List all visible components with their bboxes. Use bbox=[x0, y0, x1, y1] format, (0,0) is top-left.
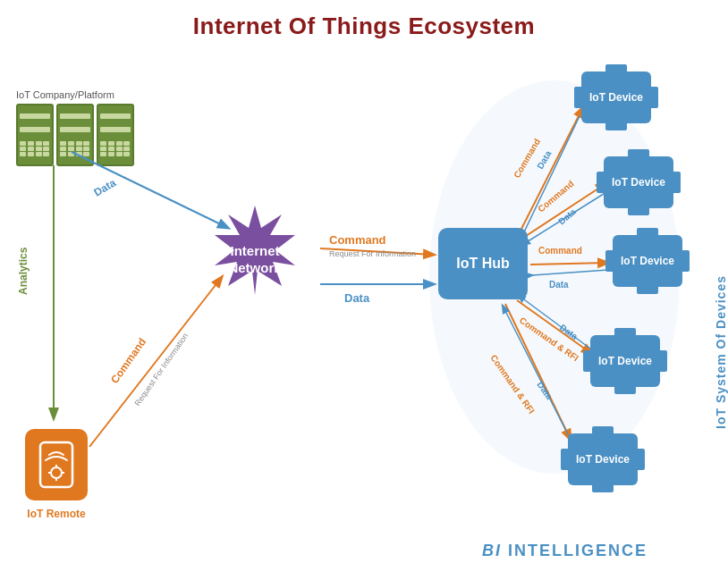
svg-text:Data: Data bbox=[535, 148, 554, 171]
svg-text:Data: Data bbox=[549, 280, 569, 290]
svg-line-30 bbox=[532, 270, 608, 275]
svg-point-2 bbox=[51, 467, 62, 478]
svg-text:Analytics: Analytics bbox=[17, 247, 30, 295]
svg-text:Command & RFI: Command & RFI bbox=[488, 353, 537, 416]
iot-device-4: IoT Device bbox=[590, 335, 660, 387]
remote-label: IoT Remote bbox=[18, 508, 95, 520]
page-title: Internet Of Things Ecosystem bbox=[0, 0, 728, 40]
system-label: IoT System Of Devices bbox=[714, 179, 728, 429]
network-label: InternetNetwork bbox=[210, 242, 300, 277]
server-1 bbox=[16, 104, 54, 166]
svg-text:Data: Data bbox=[558, 323, 580, 342]
svg-line-24 bbox=[521, 183, 606, 240]
svg-text:Command & RFI: Command & RFI bbox=[518, 315, 580, 364]
iot-company-group: IoT Company/Platform bbox=[16, 89, 134, 166]
company-label: IoT Company/Platform bbox=[16, 89, 134, 100]
svg-text:Request For Information: Request For Information bbox=[132, 332, 190, 408]
svg-line-34 bbox=[518, 295, 590, 349]
svg-text:Data: Data bbox=[344, 291, 370, 305]
svg-text:Command: Command bbox=[536, 179, 576, 214]
server-2 bbox=[56, 104, 94, 166]
iot-device-1: IoT Device bbox=[581, 71, 651, 123]
svg-text:Command: Command bbox=[108, 336, 148, 386]
bi-intelligence-label: BI INTELLIGENCE bbox=[482, 542, 648, 560]
svg-text:Data: Data bbox=[535, 380, 554, 401]
svg-line-36 bbox=[505, 304, 571, 440]
svg-text:Command: Command bbox=[329, 233, 386, 247]
svg-line-15 bbox=[320, 248, 434, 255]
svg-line-28 bbox=[530, 263, 608, 265]
svg-line-26 bbox=[522, 192, 606, 245]
svg-line-20 bbox=[519, 107, 583, 234]
server-3 bbox=[97, 104, 134, 166]
server-rack bbox=[16, 104, 134, 166]
internet-network: InternetNetwork bbox=[197, 201, 313, 317]
iot-remote bbox=[25, 429, 88, 500]
svg-line-38 bbox=[503, 306, 569, 436]
iot-device-5: IoT Device bbox=[568, 433, 638, 485]
svg-text:Command: Command bbox=[512, 137, 542, 180]
iot-device-2: IoT Device bbox=[604, 156, 673, 208]
iot-hub: IoT Hub bbox=[438, 228, 528, 299]
svg-text:Request For Information: Request For Information bbox=[329, 249, 416, 258]
svg-line-22 bbox=[521, 116, 580, 240]
svg-text:Data: Data bbox=[556, 206, 578, 227]
iot-device-3: IoT Device bbox=[613, 235, 682, 287]
svg-text:Data: Data bbox=[92, 176, 119, 198]
svg-line-32 bbox=[517, 300, 592, 354]
svg-text:Command: Command bbox=[538, 246, 582, 256]
